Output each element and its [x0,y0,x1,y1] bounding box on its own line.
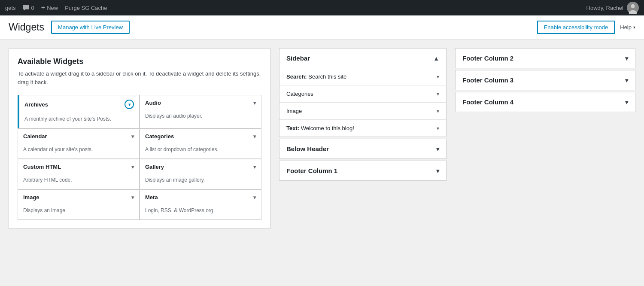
footer-col1-panel-header[interactable]: Footer Column 1 ▾ [279,161,446,180]
footer-col1-title: Footer Column 1 [286,167,337,174]
below-header-panel-header[interactable]: Below Header ▾ [279,139,446,158]
widget-archives-desc: A monthly archive of your site's Posts. [24,113,134,124]
footer-col4-header[interactable]: Footer Column 4 ▾ [456,92,635,112]
widget-meta-name: Meta [145,194,158,201]
widgets-grid: Archives ▾ A monthly archive of your sit… [18,95,261,220]
new-menu[interactable]: + New [41,4,58,12]
footer-col3-panel: Footer Column 3 ▾ [455,70,635,90]
widget-image-desc: Displays an image. [23,204,134,215]
widget-audio[interactable]: Audio ▾ Displays an audio player. [140,95,261,128]
page-title: Widgets [9,21,44,33]
categories-expand-icon[interactable]: ▾ [253,134,256,140]
help-chevron-icon: ▾ [633,25,635,30]
widget-gallery-desc: Displays an image gallery. [145,173,256,185]
footer-col1-panel: Footer Column 1 ▾ [279,161,447,181]
footer-col4-title: Footer Column 4 [462,98,513,106]
sidebar-widget-categories[interactable]: Categories ▾ [279,85,446,103]
available-widgets-title: Available Widgets [18,57,261,66]
footer-col2-title: Footer Column 2 [462,55,513,62]
widget-gallery-name: Gallery [145,164,164,170]
sidebar-panel: Sidebar ▲ Search: Search this site ▾ Cat… [279,48,447,137]
footer-col3-icon: ▾ [625,77,628,84]
widget-calendar-desc: A calendar of your site's posts. [23,143,134,154]
widget-meta[interactable]: Meta ▾ Login, RSS, & WordPress.org [140,189,261,220]
site-name[interactable]: gets [5,5,16,11]
svg-point-2 [27,7,28,8]
sidebar-collapse-icon: ▲ [433,55,439,62]
audio-expand-icon[interactable]: ▾ [253,100,256,106]
text-widget-chevron: ▾ [437,125,439,131]
comment-icon [23,4,30,11]
footer-col2-panel: Footer Column 2 ▾ [455,48,635,68]
purge-cache[interactable]: Purge SG Cache [65,5,107,11]
user-avatar [627,2,639,14]
help-button[interactable]: Help ▾ [620,24,635,30]
widget-categories[interactable]: Categories ▾ A list or dropdown of categ… [140,128,261,159]
available-widgets-panel: Available Widgets To activate a widget d… [9,48,270,229]
below-header-title: Below Header [286,145,329,152]
sidebar-items: Search: Search this site ▾ Categories ▾ … [279,68,446,137]
widget-gallery[interactable]: Gallery ▾ Displays an image gallery. [140,159,261,189]
widget-categories-desc: A list or dropdown of categories. [145,143,256,154]
sidebar-widget-text[interactable]: Text: Welcome to this blog! ▾ [279,120,446,137]
image-expand-icon[interactable]: ▾ [131,195,134,201]
custom-html-expand-icon[interactable]: ▾ [131,164,134,170]
widget-custom-html-desc: Arbitrary HTML code. [23,173,134,185]
widget-audio-name: Audio [145,100,161,106]
footer-col2-icon: ▾ [625,55,628,62]
below-header-collapse-icon: ▾ [436,146,439,152]
calendar-expand-icon[interactable]: ▾ [131,134,134,140]
admin-bar: gets 0 + New Purge SG Cache Howdy, Rache… [0,0,644,15]
sidebar-panel-title: Sidebar [286,55,310,62]
user-greeting: Howdy, Rachel [586,5,623,11]
footer-col3-header[interactable]: Footer Column 3 ▾ [456,70,635,90]
left-areas: Sidebar ▲ Search: Search this site ▾ Cat… [279,48,447,229]
widget-archives-name: Archives [24,101,48,108]
accessibility-mode-link[interactable]: Enable accessibility mode [537,21,615,34]
manage-preview-button[interactable]: Manage with Live Preview [51,21,130,34]
footer-col1-collapse-icon: ▾ [436,167,439,174]
sidebar-widget-image[interactable]: Image ▾ [279,103,446,120]
below-header-panel: Below Header ▾ [279,139,447,159]
right-areas: Footer Column 2 ▾ Footer Column 3 ▾ Foot… [455,48,635,229]
archives-expand-icon[interactable]: ▾ [125,100,134,109]
footer-col4-icon: ▾ [625,99,628,106]
widget-custom-html-name: Custom HTML [23,164,61,170]
footer-col4-panel: Footer Column 4 ▾ [455,92,635,112]
widget-custom-html[interactable]: Custom HTML ▾ Arbitrary HTML code. [18,159,140,189]
meta-expand-icon[interactable]: ▾ [253,195,256,201]
page-header: Widgets Manage with Live Preview Enable … [0,15,644,40]
svg-point-1 [26,7,27,8]
widget-audio-desc: Displays an audio player. [145,110,256,121]
sidebar-panel-header[interactable]: Sidebar ▲ [279,49,446,68]
svg-point-0 [24,7,25,8]
widget-calendar[interactable]: Calendar ▾ A calendar of your site's pos… [18,128,140,159]
widget-meta-desc: Login, RSS, & WordPress.org [145,204,256,215]
main-content: Available Widgets To activate a widget d… [0,40,644,237]
widget-categories-name: Categories [145,133,174,140]
image-widget-chevron: ▾ [437,108,439,114]
footer-col2-header[interactable]: Footer Column 2 ▾ [456,49,635,68]
widget-image-name: Image [23,194,39,201]
widget-archives[interactable]: Archives ▾ A monthly archive of your sit… [18,95,140,128]
categories-widget-chevron: ▾ [437,91,439,97]
search-widget-chevron: ▾ [437,74,439,80]
sidebar-widget-search[interactable]: Search: Search this site ▾ [279,68,446,85]
footer-col3-title: Footer Column 3 [462,76,513,84]
comments-count: 0 [31,5,34,11]
available-widgets-description: To activate a widget drag it to a sideba… [18,70,261,86]
comments-link[interactable]: 0 [23,4,34,11]
widget-calendar-name: Calendar [23,133,47,140]
widget-image[interactable]: Image ▾ Displays an image. [18,189,140,220]
gallery-expand-icon[interactable]: ▾ [253,164,256,170]
widget-areas: Sidebar ▲ Search: Search this site ▾ Cat… [279,48,635,229]
